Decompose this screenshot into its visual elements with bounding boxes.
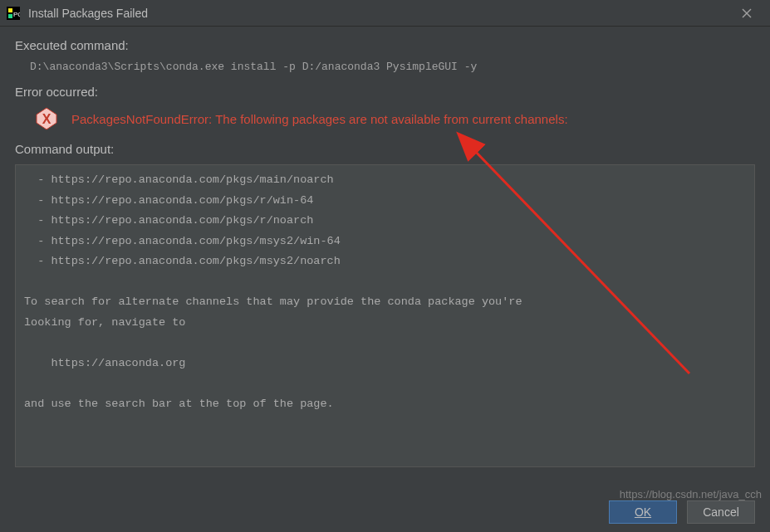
error-row: X PackagesNotFoundError: The following p…	[15, 107, 755, 130]
svg-rect-2	[8, 14, 12, 18]
error-message: PackagesNotFoundError: The following pac…	[71, 112, 568, 126]
error-occurred-label: Error occurred:	[15, 85, 755, 99]
window-title: Install Packages Failed	[28, 7, 730, 20]
watermark: https://blog.csdn.net/java_cch	[620, 488, 762, 500]
svg-rect-1	[8, 8, 12, 12]
titlebar: PC Install Packages Failed	[0, 0, 770, 27]
svg-text:X: X	[42, 112, 51, 126]
command-output-text[interactable]: - https://repo.anaconda.com/pkgs/main/no…	[16, 165, 754, 466]
cancel-button[interactable]: Cancel	[687, 500, 755, 524]
svg-text:PC: PC	[13, 11, 20, 18]
app-icon: PC	[7, 7, 20, 20]
executed-command-label: Executed command:	[15, 38, 755, 52]
dialog-content: Executed command: D:\anaconda3\Scripts\c…	[0, 27, 770, 467]
executed-command-text: D:\anaconda3\Scripts\conda.exe install -…	[15, 61, 755, 73]
close-button[interactable]	[730, 2, 763, 25]
error-icon: X	[35, 107, 58, 130]
ok-button[interactable]: OK	[609, 500, 677, 524]
command-output-box: - https://repo.anaconda.com/pkgs/main/no…	[15, 164, 755, 467]
button-row: OK Cancel	[609, 500, 755, 524]
command-output-label: Command output:	[15, 142, 755, 156]
